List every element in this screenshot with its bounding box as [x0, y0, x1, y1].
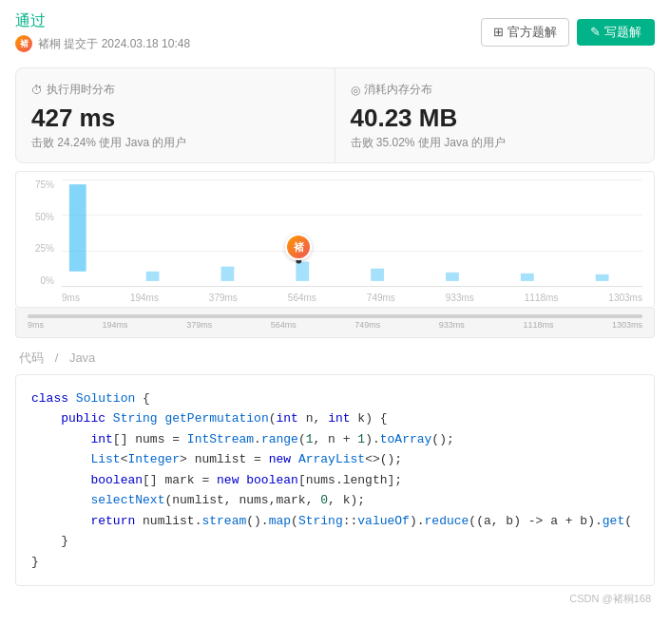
page-header: 通过 褚 褚桐 提交于 2024.03.18 10:48 ⊞ 官方题解 ✎ 写题…	[0, 0, 670, 60]
code-section: 代码 / Java class Solution { public String…	[15, 350, 655, 586]
write-solution-label: 写题解	[604, 24, 641, 41]
chart-scrollbar[interactable]: 9ms 194ms 379ms 564ms 749ms 933ms 1118ms…	[15, 308, 655, 338]
y-axis-labels: 75% 50% 25% 0%	[28, 180, 54, 303]
sb-label-1118ms: 1118ms	[523, 320, 553, 330]
meta-row: 褚 褚桐 提交于 2024.03.18 10:48	[15, 35, 190, 52]
code-line-2: public String getPermutation(int n, int …	[31, 408, 639, 428]
clock-icon: ⏱	[31, 84, 43, 97]
avatar: 褚	[15, 35, 32, 52]
x-label-564ms: 564ms	[288, 293, 316, 303]
svg-rect-4	[371, 269, 384, 281]
mem-stat-block: ◎ 消耗内存分布 40.23 MB 击败 35.02% 使用 Java 的用户	[335, 68, 655, 162]
code-block: class Solution { public String getPermut…	[15, 374, 655, 586]
y-label-75: 75%	[28, 180, 54, 190]
pass-label: 通过	[15, 11, 190, 31]
x-axis-labels: 9ms 194ms 379ms 564ms 749ms 933ms 1118ms…	[62, 293, 642, 303]
svg-rect-1	[146, 272, 160, 281]
time-title: ⏱ 执行用时分布	[31, 82, 319, 98]
svg-rect-6	[521, 274, 534, 281]
breadcrumb: 代码 / Java	[15, 350, 655, 367]
code-line-1: class Solution {	[31, 388, 639, 408]
memory-icon: ◎	[351, 84, 360, 97]
x-label-1303ms: 1303ms	[608, 293, 642, 303]
breadcrumb-sep: /	[55, 350, 59, 365]
sb-label-194ms: 194ms	[103, 320, 128, 330]
write-solution-button[interactable]: ✎ 写题解	[577, 19, 655, 46]
code-line-7: return numlist.stream().map(String::valu…	[31, 511, 639, 531]
x-label-749ms: 749ms	[367, 293, 395, 303]
stats-row: ⏱ 执行用时分布 427 ms 击败 24.24% 使用 Java 的用户 ◎ …	[15, 67, 655, 163]
scrollbar-track-container: 9ms 194ms 379ms 564ms 749ms 933ms 1118ms…	[28, 314, 642, 330]
sb-label-564ms: 564ms	[271, 320, 297, 330]
official-solution-label: 官方题解	[507, 24, 557, 41]
breadcrumb-code: 代码	[19, 350, 44, 365]
scrollbar-x-labels: 9ms 194ms 379ms 564ms 749ms 933ms 1118ms…	[28, 320, 642, 330]
x-label-194ms: 194ms	[130, 293, 159, 303]
sb-label-933ms: 933ms	[439, 320, 465, 330]
code-line-5: boolean[] mark = new boolean[nums.length…	[31, 470, 639, 490]
time-sub: 击败 24.24% 使用 Java 的用户	[31, 135, 319, 151]
sb-label-749ms: 749ms	[354, 320, 380, 330]
official-solution-button[interactable]: ⊞ 官方题解	[481, 18, 569, 47]
sb-label-1303ms: 1303ms	[612, 320, 642, 330]
meta-text: 褚桐 提交于 2024.03.18 10:48	[38, 36, 190, 52]
x-label-379ms: 379ms	[209, 293, 238, 303]
sb-label-9ms: 9ms	[28, 320, 44, 330]
footer-watermark: CSDN @褚桐168	[0, 586, 670, 612]
y-label-25: 25%	[28, 243, 54, 254]
scrollbar-track	[28, 314, 642, 318]
book-icon: ⊞	[493, 25, 504, 39]
chart-svg	[62, 180, 642, 286]
svg-rect-0	[69, 184, 86, 272]
header-right: ⊞ 官方题解 ✎ 写题解	[481, 18, 655, 47]
chart-inner: 褚	[62, 180, 642, 286]
chart-area: 75% 50% 25% 0%	[28, 180, 642, 303]
x-label-9ms: 9ms	[62, 293, 80, 303]
svg-rect-5	[446, 273, 459, 281]
mem-sub: 击败 35.02% 使用 Java 的用户	[351, 135, 640, 151]
mem-title: ◎ 消耗内存分布	[351, 82, 640, 98]
time-value: 427 ms	[31, 104, 319, 133]
chart-avatar: 褚	[285, 234, 312, 260]
h-line-0	[62, 286, 642, 287]
code-line-3: int[] nums = IntStream.range(1, n + 1).t…	[31, 429, 639, 449]
y-label-0: 0%	[28, 275, 54, 286]
svg-rect-7	[596, 275, 609, 281]
edit-icon: ✎	[590, 25, 601, 39]
breadcrumb-lang: Java	[69, 350, 95, 365]
sb-label-379ms: 379ms	[186, 320, 212, 330]
time-chart: 75% 50% 25% 0%	[15, 171, 655, 308]
y-label-50: 50%	[28, 212, 54, 222]
x-label-1118ms: 1118ms	[525, 293, 559, 303]
code-line-6: selectNext(numlist, nums,mark, 0, k);	[31, 490, 639, 510]
svg-rect-3	[296, 262, 309, 281]
code-line-9: }	[31, 552, 639, 572]
watermark-text: CSDN @褚桐168	[569, 593, 651, 604]
time-stat-block: ⏱ 执行用时分布 427 ms 击败 24.24% 使用 Java 的用户	[16, 68, 335, 162]
mem-value: 40.23 MB	[351, 104, 640, 133]
svg-rect-2	[221, 267, 235, 281]
x-label-933ms: 933ms	[446, 293, 474, 303]
scrollbar-fill	[28, 314, 642, 318]
code-line-4: List<Integer> numlist = new ArrayList<>(…	[31, 449, 639, 469]
code-line-8: }	[31, 531, 639, 551]
header-left: 通过 褚 褚桐 提交于 2024.03.18 10:48	[15, 11, 190, 52]
